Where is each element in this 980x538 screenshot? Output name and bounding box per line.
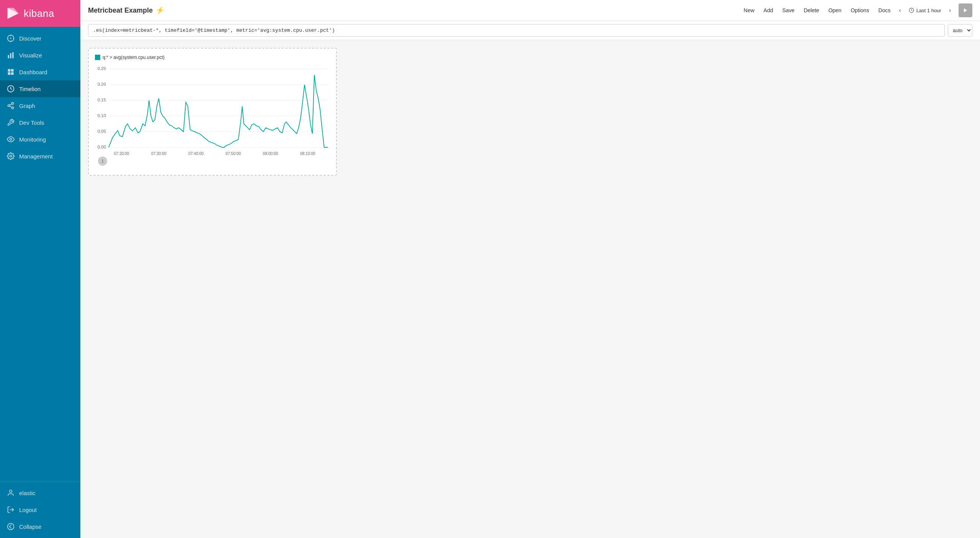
svg-text:07:50:00: 07:50:00 <box>225 152 241 156</box>
svg-text:08:10:00: 08:10:00 <box>300 152 315 156</box>
eye-icon <box>7 135 15 143</box>
svg-rect-7 <box>8 69 11 72</box>
interval-select[interactable]: auto <box>948 24 972 37</box>
svg-point-14 <box>12 107 14 109</box>
svg-line-16 <box>10 104 12 105</box>
svg-point-19 <box>10 490 12 493</box>
docs-button[interactable]: Docs <box>874 5 894 16</box>
legend-label: q:* > avg(system.cpu.user.pct) <box>103 55 165 60</box>
svg-rect-5 <box>10 53 11 58</box>
svg-text:07:30:00: 07:30:00 <box>151 152 167 156</box>
user-icon <box>7 489 15 497</box>
clock-small-icon <box>909 8 914 13</box>
sidebar-item-logout-label: Logout <box>19 507 37 513</box>
svg-text:0.20: 0.20 <box>98 82 106 86</box>
sidebar-item-user[interactable]: elastic <box>0 484 80 501</box>
svg-text:0.00: 0.00 <box>98 145 106 149</box>
chart-panel: q:* > avg(system.cpu.user.pct) 0.25 0.20… <box>88 48 337 176</box>
sidebar-item-dashboard-label: Dashboard <box>19 69 47 75</box>
sidebar-item-visualize[interactable]: Visualize <box>0 47 80 64</box>
clock-icon <box>7 85 15 93</box>
next-button[interactable]: › <box>946 5 954 16</box>
svg-text:07:20:00: 07:20:00 <box>114 152 129 156</box>
time-range-display: Last 1 hour <box>906 6 944 15</box>
share-alt-icon <box>7 102 15 109</box>
bolt-icon: ⚡ <box>156 6 164 15</box>
sidebar-item-devtools[interactable]: Dev Tools <box>0 114 80 131</box>
play-icon <box>963 8 968 13</box>
sidebar-item-monitoring-label: Monitoring <box>19 136 46 143</box>
svg-rect-6 <box>12 52 13 59</box>
svg-point-12 <box>12 103 14 104</box>
options-button[interactable]: Options <box>847 5 873 16</box>
save-button[interactable]: Save <box>779 5 799 16</box>
svg-point-20 <box>8 523 14 530</box>
sidebar-item-discover-label: Discover <box>19 35 41 42</box>
sidebar-item-collapse[interactable]: Collapse <box>0 518 80 535</box>
sidebar-item-logout[interactable]: Logout <box>0 501 80 518</box>
svg-line-15 <box>10 106 12 107</box>
sidebar-item-monitoring[interactable]: Monitoring <box>0 131 80 148</box>
sidebar-item-devtools-label: Dev Tools <box>19 119 44 126</box>
gear-icon <box>7 152 15 160</box>
sidebar-item-user-label: elastic <box>19 490 36 496</box>
time-range-text: Last 1 hour <box>916 8 941 13</box>
query-input[interactable] <box>88 24 945 37</box>
svg-point-18 <box>10 155 12 157</box>
kibana-wordmark: kibana <box>24 8 54 20</box>
sidebar-item-management-label: Management <box>19 153 53 160</box>
play-button[interactable] <box>959 3 972 17</box>
grid-icon <box>7 68 15 76</box>
svg-text:0.15: 0.15 <box>98 98 106 102</box>
main-content: Metricbeat Example ⚡ New Add Save Delete… <box>80 0 980 538</box>
chart-line <box>109 75 328 147</box>
compass-icon <box>7 34 15 42</box>
delete-button[interactable]: Delete <box>800 5 823 16</box>
add-button[interactable]: Add <box>760 5 777 16</box>
svg-text:07:40:00: 07:40:00 <box>188 152 204 156</box>
svg-rect-8 <box>11 69 14 72</box>
time-series-chart: 0.25 0.20 0.15 0.10 0.05 0.00 07:20:00 0 <box>95 63 330 169</box>
svg-text:0.05: 0.05 <box>98 129 106 134</box>
kibana-logo-icon <box>6 7 20 20</box>
topbar: Metricbeat Example ⚡ New Add Save Delete… <box>80 0 980 21</box>
sidebar-item-graph-label: Graph <box>19 103 35 109</box>
page-title: Metricbeat Example ⚡ <box>88 6 740 15</box>
sidebar-item-timelion-label: Timelion <box>19 86 41 92</box>
sidebar: kibana Discover Visualize <box>0 0 80 538</box>
query-bar: auto <box>80 21 980 40</box>
sidebar-item-dashboard[interactable]: Dashboard <box>0 64 80 80</box>
topbar-actions: New Add Save Delete Open Options Docs ‹ … <box>740 3 972 17</box>
new-button[interactable]: New <box>740 5 758 16</box>
chart-legend: q:* > avg(system.cpu.user.pct) <box>95 55 330 60</box>
sidebar-nav: Discover Visualize Dashboard <box>0 27 80 481</box>
svg-text:08:00:00: 08:00:00 <box>263 152 278 156</box>
svg-point-3 <box>10 37 11 39</box>
svg-rect-9 <box>8 72 11 75</box>
chart-container: q:* > avg(system.cpu.user.pct) 0.25 0.20… <box>80 40 980 538</box>
sidebar-bottom: elastic Logout Collapse <box>0 481 80 538</box>
svg-point-17 <box>10 139 12 140</box>
sidebar-item-discover[interactable]: Discover <box>0 30 80 47</box>
wrench-icon <box>7 119 15 126</box>
logout-icon <box>7 506 15 514</box>
sidebar-logo: kibana <box>0 0 80 27</box>
sidebar-item-graph[interactable]: Graph <box>0 97 80 114</box>
legend-color-swatch <box>95 55 100 60</box>
open-button[interactable]: Open <box>825 5 845 16</box>
svg-rect-4 <box>8 55 9 58</box>
svg-rect-10 <box>11 72 14 75</box>
prev-button[interactable]: ‹ <box>896 5 904 16</box>
svg-text:0.25: 0.25 <box>98 66 106 71</box>
sidebar-item-management[interactable]: Management <box>0 148 80 165</box>
bar-chart-icon <box>7 51 15 59</box>
chart-svg-container: 0.25 0.20 0.15 0.10 0.05 0.00 07:20:00 0 <box>95 63 330 169</box>
sidebar-item-timelion[interactable]: Timelion <box>0 80 80 97</box>
svg-marker-22 <box>964 8 967 13</box>
sidebar-item-visualize-label: Visualize <box>19 52 42 59</box>
svg-text:0.10: 0.10 <box>98 113 106 118</box>
sidebar-item-collapse-label: Collapse <box>19 523 41 530</box>
chevron-left-icon <box>7 523 15 530</box>
page-title-text: Metricbeat Example <box>88 7 153 15</box>
svg-point-13 <box>8 105 10 107</box>
